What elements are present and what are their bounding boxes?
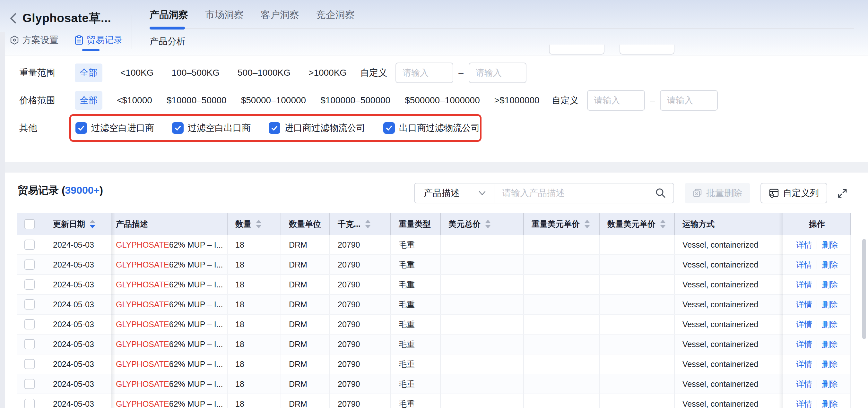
detail-link[interactable]: 详情 — [796, 399, 812, 408]
price-option-1[interactable]: 全部 — [75, 91, 102, 110]
clipped-filter-input[interactable] — [620, 44, 675, 55]
sort-icon[interactable] — [90, 220, 95, 228]
filter-checkbox-3[interactable]: 进口商过滤物流公司 — [269, 122, 365, 134]
search-field-select[interactable]: 产品描述 — [415, 187, 494, 199]
cell-transport: Vessel, containerized — [674, 354, 783, 374]
checkbox-checked-icon[interactable] — [172, 122, 184, 134]
price-option-4[interactable]: $50000–100000 — [241, 95, 306, 105]
filter-checkbox-4[interactable]: 出口商过滤物流公司 — [383, 122, 480, 134]
row-checkbox[interactable] — [24, 299, 35, 309]
tab-3[interactable]: 客户洞察 — [261, 8, 299, 22]
product-desc-rest: 62% MUP – I... — [169, 340, 223, 349]
select-all-checkbox[interactable] — [24, 219, 35, 229]
sort-icon[interactable] — [584, 220, 590, 228]
row-checkbox[interactable] — [24, 260, 35, 270]
sort-icon[interactable] — [485, 220, 491, 228]
cell-text-qty: 18 — [235, 320, 244, 329]
price-min-input[interactable]: 请输入 — [587, 90, 645, 111]
sort-icon[interactable] — [365, 220, 371, 228]
col-header-usd_total[interactable]: 美元总价 — [440, 213, 523, 235]
delete-link[interactable]: 删除 — [822, 299, 838, 310]
cell-select — [17, 374, 42, 394]
col-header-date[interactable]: 更新日期 — [42, 213, 111, 235]
checkbox-checked-icon[interactable] — [269, 122, 280, 134]
delete-link[interactable]: 删除 — [822, 379, 838, 389]
price-custom-label[interactable]: 自定义 — [552, 94, 579, 106]
clipped-filter-input[interactable] — [549, 44, 604, 55]
weight-option-1[interactable]: 全部 — [75, 64, 102, 82]
col-header-usd_unit_weight[interactable]: 重量美元单价 — [523, 213, 599, 235]
bulk-delete-button[interactable]: 批量删除 — [685, 183, 750, 203]
row-checkbox[interactable] — [24, 339, 35, 349]
tab-4[interactable]: 竞企洞察 — [316, 8, 355, 22]
checkbox-checked-icon[interactable] — [75, 122, 87, 134]
cell-text-kg: 20790 — [338, 399, 360, 408]
custom-columns-button[interactable]: 自定义列 — [761, 183, 827, 203]
back-icon[interactable] — [9, 12, 17, 25]
col-header-kg[interactable]: 千克... — [329, 213, 390, 235]
price-max-input[interactable]: 请输入 — [660, 90, 718, 111]
col-header-qty[interactable]: 数量 — [227, 213, 281, 235]
cell-text-transport: Vessel, containerized — [682, 240, 758, 249]
price-option-3[interactable]: $10000–50000 — [166, 95, 227, 105]
weight-custom-label[interactable]: 自定义 — [360, 67, 387, 79]
weight-option-3[interactable]: 100–500KG — [172, 68, 220, 78]
sort-asc-icon — [365, 220, 371, 223]
weight-option-4[interactable]: 500–1000KG — [238, 68, 290, 78]
delete-link[interactable]: 删除 — [822, 260, 838, 270]
detail-link[interactable]: 详情 — [796, 339, 812, 350]
row-checkbox[interactable] — [24, 279, 35, 290]
detail-link[interactable]: 详情 — [796, 359, 812, 370]
price-option-5[interactable]: $100000–500000 — [320, 95, 390, 105]
row-checkbox[interactable] — [24, 319, 35, 330]
row-checkbox[interactable] — [24, 240, 35, 250]
subnav-item-1[interactable]: 方案设置 — [10, 34, 58, 46]
delete-link[interactable]: 删除 — [822, 319, 838, 330]
delete-link[interactable]: 删除 — [822, 339, 838, 350]
price-option-2[interactable]: <$10000 — [117, 95, 152, 105]
weight-max-input[interactable]: 请输入 — [469, 63, 526, 83]
tab-2[interactable]: 市场洞察 — [205, 8, 244, 22]
sort-icon[interactable] — [660, 220, 666, 228]
delete-link[interactable]: 删除 — [822, 399, 838, 408]
active-tab-indicator — [150, 27, 185, 30]
vertical-scrollbar[interactable] — [862, 239, 866, 339]
tab-product-analysis[interactable]: 产品分析 — [150, 35, 186, 47]
col-header-usd_unit_qty[interactable]: 数量美元单价 — [599, 213, 674, 235]
checkbox-checked-icon[interactable] — [383, 122, 395, 134]
detail-link[interactable]: 详情 — [796, 299, 812, 310]
row-checkbox[interactable] — [24, 399, 35, 408]
price-option-6[interactable]: $500000–1000000 — [405, 95, 480, 105]
cell-date: 2024-05-03 — [42, 235, 111, 254]
price-option-7[interactable]: >$1000000 — [494, 95, 539, 105]
detail-link[interactable]: 详情 — [796, 379, 812, 389]
weight-option-2[interactable]: <100KG — [120, 68, 154, 78]
fullscreen-icon[interactable] — [836, 187, 849, 200]
detail-link[interactable]: 详情 — [796, 319, 812, 330]
sort-icon[interactable] — [256, 220, 261, 228]
detail-link[interactable]: 详情 — [796, 240, 812, 250]
weight-option-5[interactable]: >1000KG — [309, 68, 347, 78]
col-header-label: 数量单位 — [289, 219, 321, 229]
filter-checkbox-2[interactable]: 过滤空白出口商 — [172, 122, 251, 134]
delete-link[interactable]: 删除 — [822, 279, 838, 290]
detail-link[interactable]: 详情 — [796, 260, 812, 270]
cell-qty_unit: DRM — [281, 235, 329, 254]
left-edge-strip — [0, 32, 5, 408]
subnav-item-2[interactable]: 贸易记录 — [74, 34, 123, 46]
filter-checkbox-1[interactable]: 过滤空白进口商 — [75, 122, 154, 134]
tab-1[interactable]: 产品洞察 — [150, 8, 188, 22]
cell-transport: Vessel, containerized — [674, 394, 783, 408]
row-checkbox[interactable] — [24, 359, 35, 369]
cell-usd_total — [440, 255, 523, 274]
detail-link[interactable]: 详情 — [796, 279, 812, 290]
cell-kg: 20790 — [329, 235, 390, 254]
delete-link[interactable]: 删除 — [822, 240, 838, 250]
product-desc-rest: 62% MUP – I... — [169, 260, 223, 269]
weight-min-input[interactable]: 请输入 — [396, 63, 453, 83]
row-checkbox[interactable] — [24, 379, 35, 389]
cell-action: 详情删除 — [783, 295, 851, 314]
delete-link[interactable]: 删除 — [822, 359, 838, 370]
search-input[interactable]: 请输入产品描述 — [494, 187, 655, 199]
search-icon[interactable] — [655, 187, 666, 199]
